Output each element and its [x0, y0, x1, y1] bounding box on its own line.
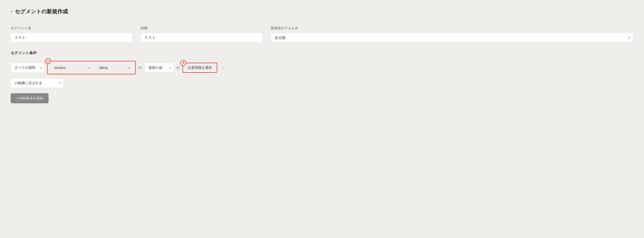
period-select-wrapper: すべての期間 ▾	[11, 63, 45, 73]
badge-1: ①	[45, 58, 51, 64]
folder-label: 追加先のフォルダ	[271, 26, 633, 31]
latest-select-wrapper: 最新の値 ▾	[145, 63, 174, 73]
form-row-top: セグメント名 説明 追加先のフォルダ 未分類 ▾	[11, 26, 633, 43]
range-select[interactable]: の範囲に含まれる	[11, 78, 64, 88]
conditions-label: セグメント条件	[11, 51, 633, 56]
location-select-wrapper: location ▾	[50, 63, 93, 72]
no-label: の	[138, 65, 142, 70]
range-select-wrapper: の範囲に含まれる ▾	[11, 78, 64, 88]
latlng-select-wrapper: latIng ▾	[95, 63, 133, 72]
folder-select[interactable]: 未分類	[271, 33, 633, 43]
form-section: セグメント名 説明 追加先のフォルダ 未分類 ▾	[11, 26, 633, 43]
location-select-button[interactable]: 位置情報を選択	[184, 64, 216, 72]
condition-row-2: の範囲に含まれる ▾	[11, 78, 633, 88]
segment-name-group: セグメント名	[11, 26, 133, 43]
latlng-select[interactable]: latIng	[95, 63, 133, 72]
location-select[interactable]: location	[50, 63, 93, 72]
segment-desc-group: 説明	[141, 26, 263, 43]
latest-select[interactable]: 最新の値	[145, 63, 174, 73]
segment-desc-input[interactable]	[141, 33, 263, 43]
page-header: ‹ セグメントの新規作成	[11, 8, 633, 15]
segment-desc-label: 説明	[141, 26, 263, 31]
condition-row-1: すべての期間 ▾ ① location ▾ latIng ▾ の	[11, 61, 633, 74]
ga-label: が	[176, 65, 180, 70]
close-condition-button[interactable]: ×	[220, 64, 227, 71]
add-condition-button[interactable]: + AND条件を追加	[11, 93, 49, 103]
conditions-section: セグメント条件 すべての期間 ▾ ① location ▾ latIng	[11, 51, 633, 103]
period-select[interactable]: すべての期間	[11, 63, 45, 73]
segment-name-input[interactable]	[11, 33, 133, 43]
folder-group: 追加先のフォルダ 未分類 ▾	[271, 26, 633, 43]
page-title: セグメントの新規作成	[15, 8, 68, 15]
folder-select-wrapper: 未分類 ▾	[271, 33, 633, 43]
segment-name-label: セグメント名	[11, 26, 133, 31]
badge-2: ②	[180, 60, 186, 66]
back-button[interactable]: ‹	[11, 9, 12, 14]
